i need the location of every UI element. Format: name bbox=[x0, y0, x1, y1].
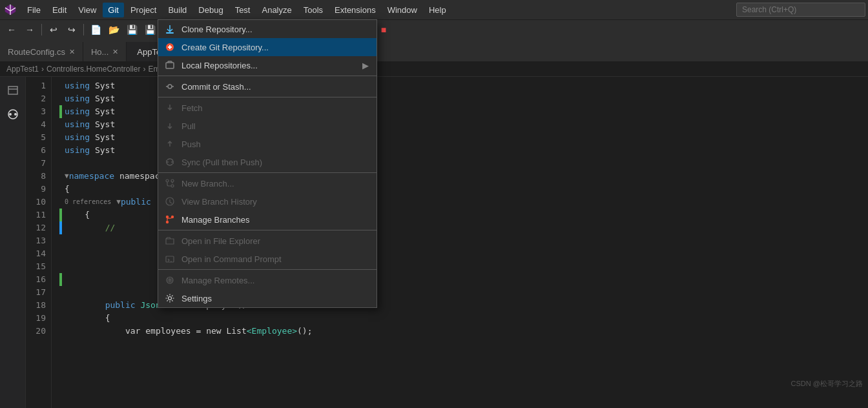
toolbar-sep-2 bbox=[83, 24, 84, 36]
create-git-label: Create Git Repository... bbox=[181, 43, 269, 52]
stop-btn[interactable]: ■ bbox=[376, 23, 391, 37]
new-file-btn[interactable]: 📄 bbox=[88, 23, 103, 37]
tab-routeconfig[interactable]: RouteConfig.cs ✕ bbox=[0, 42, 83, 61]
breadcrumb-sep-1: › bbox=[41, 65, 44, 74]
menu-test[interactable]: Test bbox=[230, 3, 256, 17]
commit-label: Commit or Stash... bbox=[181, 82, 251, 92]
sep-5 bbox=[158, 269, 377, 270]
push-icon bbox=[163, 138, 176, 150]
sync-label: Sync (Pull then Push) bbox=[181, 158, 262, 167]
toolbar-sep-1 bbox=[41, 24, 42, 36]
svg-point-8 bbox=[168, 85, 172, 88]
svg-point-16 bbox=[166, 221, 169, 223]
dropdown-pull: Pull bbox=[158, 117, 377, 135]
tab-home-label: Ho... bbox=[91, 47, 108, 57]
menu-file[interactable]: File bbox=[22, 3, 46, 17]
svg-point-3 bbox=[9, 113, 12, 116]
pull-label: Pull bbox=[181, 121, 196, 131]
fetch-label: Fetch bbox=[181, 103, 203, 113]
solution-explorer-icon[interactable] bbox=[4, 82, 22, 100]
menu-debug[interactable]: Debug bbox=[193, 3, 228, 17]
code-line-20: var employees = new List<Employee>(); bbox=[59, 325, 868, 338]
dropdown-fetch: Fetch bbox=[158, 99, 377, 117]
clone-icon bbox=[163, 23, 176, 36]
code-area: 12345 678910 1112131415 1617181920 using… bbox=[26, 77, 868, 408]
view-history-icon bbox=[163, 195, 176, 208]
breadcrumb: AppTest1 › Controllers.HomeController › … bbox=[0, 61, 868, 77]
left-gutter bbox=[0, 77, 26, 408]
toolbar: ← → ↩ ↪ 📄 📂 💾 💾 CPU ▾ ▶ IIS Express (Mic… bbox=[0, 19, 868, 39]
settings-label: Settings bbox=[181, 294, 212, 303]
menu-window[interactable]: Window bbox=[382, 3, 422, 17]
breadcrumb-sep-2: › bbox=[143, 65, 145, 74]
open-explorer-icon bbox=[163, 234, 176, 247]
manage-remotes-icon bbox=[163, 274, 176, 287]
save-btn[interactable]: 💾 bbox=[124, 23, 140, 37]
main-area: 12345 678910 1112131415 1617181920 using… bbox=[0, 77, 868, 408]
dropdown-commit[interactable]: Commit or Stash... bbox=[158, 77, 377, 96]
svg-point-15 bbox=[166, 216, 169, 218]
tab-routeconfig-label: RouteConfig.cs bbox=[8, 47, 65, 57]
dropdown-open-explorer: Open in File Explorer bbox=[158, 232, 377, 250]
breadcrumb-controller: Controllers.HomeController bbox=[46, 65, 140, 74]
back-btn[interactable]: ← bbox=[4, 23, 19, 37]
menu-tools[interactable]: Tools bbox=[298, 3, 328, 17]
menu-bar: File Edit View Git Project Build Debug T… bbox=[0, 0, 868, 19]
redo-btn[interactable]: ↪ bbox=[64, 23, 79, 37]
sep-1 bbox=[158, 76, 377, 76]
commit-icon bbox=[163, 80, 176, 93]
svg-point-11 bbox=[166, 179, 169, 182]
manage-branches-label: Manage Branches bbox=[181, 215, 250, 225]
push-label: Push bbox=[181, 139, 201, 149]
sync-icon bbox=[163, 156, 176, 168]
tab-bar: RouteConfig.cs ✕ Ho... ✕ AppTest1: Overv… bbox=[0, 39, 868, 61]
pull-icon bbox=[163, 119, 176, 132]
save-all-btn[interactable]: 💾 bbox=[142, 23, 158, 37]
app-logo bbox=[3, 2, 18, 17]
dropdown-push: Push bbox=[158, 135, 377, 153]
svg-point-13 bbox=[171, 179, 174, 182]
search-input[interactable] bbox=[736, 3, 865, 17]
tab-home[interactable]: Ho... ✕ bbox=[83, 42, 127, 61]
dropdown-clone[interactable]: Clone Repository... bbox=[158, 20, 377, 38]
git-changes-icon[interactable] bbox=[4, 105, 22, 123]
menu-project[interactable]: Project bbox=[125, 3, 161, 17]
new-branch-label: New Branch... bbox=[181, 179, 234, 189]
dropdown-view-history: View Branch History bbox=[158, 192, 377, 210]
undo-btn[interactable]: ↩ bbox=[46, 23, 61, 37]
line-numbers: 12345 678910 1112131415 1617181920 bbox=[26, 77, 52, 408]
menu-view[interactable]: View bbox=[73, 3, 101, 17]
dropdown-sync: Sync (Pull then Push) bbox=[158, 153, 377, 171]
forward-btn[interactable]: → bbox=[22, 23, 37, 37]
menu-help[interactable]: Help bbox=[424, 3, 451, 17]
menu-git[interactable]: Git bbox=[103, 3, 124, 17]
manage-remotes-label: Manage Remotes... bbox=[181, 276, 254, 285]
manage-branches-icon bbox=[163, 213, 176, 226]
svg-point-20 bbox=[169, 297, 172, 300]
dropdown-local-repos[interactable]: Local Repositories... ▶ bbox=[158, 56, 377, 74]
tab-routeconfig-close[interactable]: ✕ bbox=[69, 48, 75, 56]
menu-analyze[interactable]: Analyze bbox=[256, 3, 296, 17]
menu-build[interactable]: Build bbox=[163, 3, 192, 17]
local-repos-icon bbox=[163, 59, 176, 72]
open-explorer-label: Open in File Explorer bbox=[181, 236, 260, 246]
menu-edit[interactable]: Edit bbox=[47, 3, 72, 17]
watermark: CSDN @松哥学习之路 bbox=[791, 379, 863, 389]
open-cmd-label: Open in Command Prompt bbox=[181, 254, 282, 264]
dropdown-manage-branches[interactable]: Manage Branches bbox=[158, 210, 377, 229]
git-dropdown-menu: Clone Repository... Create Git Repositor… bbox=[158, 19, 377, 308]
clone-label: Clone Repository... bbox=[181, 25, 253, 34]
fetch-icon bbox=[163, 101, 176, 114]
tab-home-close[interactable]: ✕ bbox=[112, 48, 118, 56]
dropdown-create-git[interactable]: Create Git Repository... bbox=[158, 38, 377, 56]
settings-icon bbox=[163, 292, 176, 305]
new-branch-icon bbox=[163, 177, 176, 190]
dropdown-settings[interactable]: Settings bbox=[158, 289, 377, 307]
svg-point-12 bbox=[171, 185, 174, 187]
open-btn[interactable]: 📂 bbox=[106, 23, 121, 37]
create-git-icon bbox=[163, 41, 176, 54]
view-history-label: View Branch History bbox=[181, 197, 257, 207]
sep-2 bbox=[158, 97, 377, 97]
sep-3 bbox=[158, 172, 377, 173]
menu-extensions[interactable]: Extensions bbox=[329, 3, 381, 17]
